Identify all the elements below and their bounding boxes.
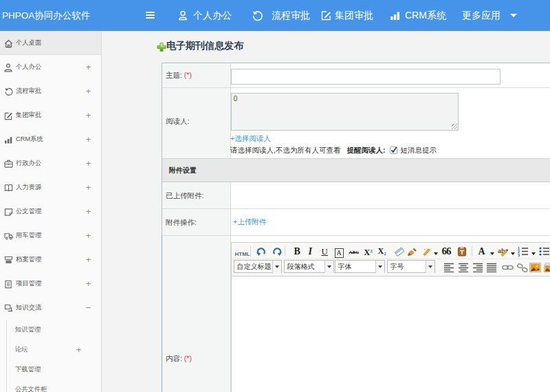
svg-text:3: 3 — [518, 253, 520, 257]
